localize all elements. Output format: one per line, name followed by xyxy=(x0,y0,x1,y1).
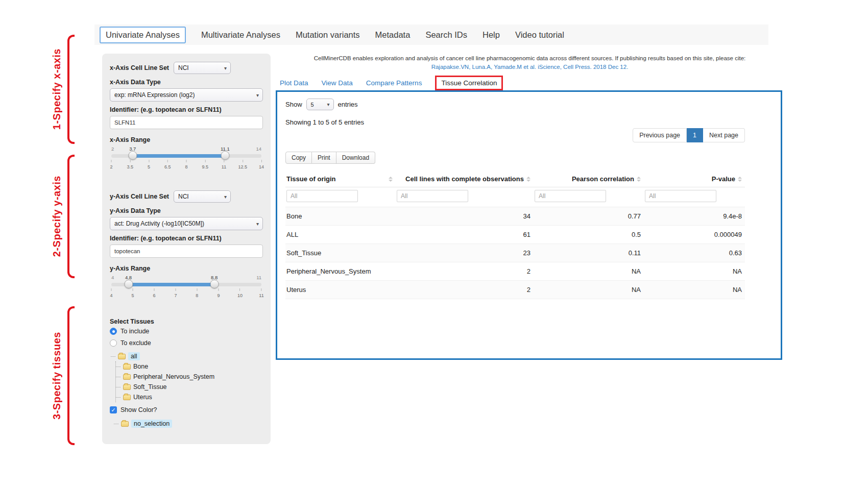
subtab-plot-data[interactable]: Plot Data xyxy=(280,79,308,87)
y-range-tick: 7 xyxy=(175,288,177,299)
subtab-view-data[interactable]: View Data xyxy=(322,79,353,87)
x-cell-line-set-select[interactable]: NCI ▾ xyxy=(174,62,231,74)
x-data-type-value: exp: mRNA Expression (log2) xyxy=(114,91,195,99)
show-color-row[interactable]: ✓ Show Color? xyxy=(110,406,263,413)
cell-pearson: 0.5 xyxy=(534,226,644,244)
pagination-next[interactable]: Next page xyxy=(703,128,745,142)
annotation-step-1-label: 1-Specify x-axis xyxy=(51,48,63,130)
x-range-max: 14 xyxy=(256,146,261,152)
x-range-slider: 2 3.7 11.1 14 2 3.5 5 6.5 8 9.5 11 12.5 … xyxy=(111,146,261,170)
tab-multivariate-analyses[interactable]: Multivariate Analyses xyxy=(201,30,280,40)
tree-connector xyxy=(116,367,120,367)
tree-node-no-selection[interactable]: no_selection xyxy=(114,419,263,429)
y-range-tick: 4 xyxy=(110,288,112,299)
x-range-tick: 11 xyxy=(222,160,226,170)
y-identifier-input[interactable] xyxy=(110,245,263,258)
tree-node-soft-tissue[interactable]: Soft_Tissue xyxy=(116,382,263,392)
folder-icon xyxy=(123,395,131,400)
subtabs: Plot Data View Data Compare Patterns Tis… xyxy=(280,76,503,90)
cell-pvalue: NA xyxy=(644,262,745,281)
top-nav: Univariate Analyses Multivariate Analyse… xyxy=(94,25,768,45)
results-table: Tissue of origin Cell lines with complet… xyxy=(285,171,745,299)
y-range-handle-left[interactable] xyxy=(124,280,133,288)
x-range-handle-left[interactable] xyxy=(128,151,137,160)
filter-input-pearson[interactable] xyxy=(535,190,606,202)
y-range-tick: 11 xyxy=(259,288,263,299)
show-entries-select[interactable]: 5 ▾ xyxy=(306,99,334,110)
radio-exclude-control[interactable] xyxy=(110,339,117,347)
pagination-page-1[interactable]: 1 xyxy=(687,128,703,142)
column-header-cell-lines[interactable]: Cell lines with complete observations xyxy=(396,171,534,187)
cell-pearson: NA xyxy=(534,262,644,281)
cell-tissue: Soft_Tissue xyxy=(285,244,396,262)
print-button[interactable]: Print xyxy=(312,152,336,164)
cell-pearson: 0.77 xyxy=(534,207,644,226)
download-button[interactable]: Download xyxy=(336,152,375,164)
radio-exclude-label: To exclude xyxy=(120,339,151,347)
cell-count: 23 xyxy=(396,244,534,262)
radio-exclude[interactable]: To exclude xyxy=(110,339,263,347)
sidebar-panel: x-Axis Cell Line Set NCI ▾ x-Axis Data T… xyxy=(102,54,271,444)
y-range-label: y-Axis Range xyxy=(110,265,263,272)
folder-icon xyxy=(121,421,129,427)
x-range-tick: 14 xyxy=(259,160,264,170)
sort-icon[interactable] xyxy=(637,177,641,182)
tab-univariate-analyses[interactable]: Univariate Analyses xyxy=(100,27,186,43)
annotation-step-1: 1-Specify x-axis xyxy=(51,35,75,144)
x-cell-line-set-label: x-Axis Cell Line Set xyxy=(110,64,169,71)
column-header-tissue[interactable]: Tissue of origin xyxy=(285,171,396,187)
column-header-pearson[interactable]: Pearson correlation xyxy=(534,171,644,187)
folder-icon xyxy=(118,354,126,359)
column-header-pvalue[interactable]: P-value xyxy=(644,171,745,187)
y-range-track[interactable] xyxy=(111,283,261,286)
sort-icon[interactable] xyxy=(389,177,393,182)
sort-icon[interactable] xyxy=(526,177,531,182)
sort-icon[interactable] xyxy=(738,177,742,182)
pagination-previous[interactable]: Previous page xyxy=(633,128,687,142)
annotation-step-2-label: 2-Specify y-axis xyxy=(51,176,63,257)
folder-icon xyxy=(123,384,131,390)
y-identifier-label: Identifier: (e.g. topotecan or SLFN11) xyxy=(110,235,263,242)
cell-pvalue: 0.000049 xyxy=(644,226,745,244)
y-cell-line-set-select[interactable]: NCI ▾ xyxy=(174,190,231,203)
cell-tissue: Bone xyxy=(285,207,396,226)
filter-input-cell-lines[interactable] xyxy=(397,190,468,202)
tissue-tree: all Bone Peripheral_Nervous_System Soft_… xyxy=(111,351,263,402)
y-range-tick: 10 xyxy=(237,288,243,299)
y-data-type-label: y-Axis Data Type xyxy=(110,207,263,214)
y-range-max: 11 xyxy=(256,275,261,280)
tree-node-peripheral-nervous-system[interactable]: Peripheral_Nervous_System xyxy=(116,372,263,382)
x-range-track[interactable] xyxy=(111,154,261,158)
cell-count: 61 xyxy=(396,226,534,244)
x-range-handle-right[interactable] xyxy=(221,151,229,160)
x-range-tick: 3.5 xyxy=(127,160,133,170)
y-range-tick: 5 xyxy=(132,288,134,299)
annotation-bracket xyxy=(67,35,75,144)
x-data-type-select[interactable]: exp: mRNA Expression (log2) ▾ xyxy=(110,88,263,102)
select-tissues-label: Select Tissues xyxy=(110,318,263,325)
copy-button[interactable]: Copy xyxy=(285,152,312,164)
y-data-type-select[interactable]: act: Drug Activity (-log10[IC50M]) ▾ xyxy=(110,217,263,230)
x-identifier-input[interactable] xyxy=(110,116,263,129)
folder-icon xyxy=(123,374,131,380)
citation-link[interactable]: Rajapakse.VN, Luna.A, Yamade.M et al. iS… xyxy=(278,63,781,71)
filter-input-pvalue[interactable] xyxy=(645,190,716,202)
filter-input-tissue[interactable] xyxy=(286,190,358,202)
export-buttons: Copy Print Download xyxy=(285,152,745,164)
subtab-tissue-correlation[interactable]: Tissue Correlation xyxy=(435,76,503,90)
radio-include-control[interactable] xyxy=(110,328,117,335)
tree-node-all[interactable]: all xyxy=(111,351,263,361)
radio-include[interactable]: To include xyxy=(110,328,263,335)
tree-node-uterus[interactable]: Uterus xyxy=(116,392,263,402)
tree-node-bone[interactable]: Bone xyxy=(116,361,263,372)
y-range-grid: 4 5 6 7 8 9 10 11 xyxy=(111,288,261,299)
tab-metadata[interactable]: Metadata xyxy=(375,30,411,40)
tab-video-tutorial[interactable]: Video tutorial xyxy=(515,30,564,40)
subtab-compare-patterns[interactable]: Compare Patterns xyxy=(366,79,422,87)
cell-pearson: NA xyxy=(534,281,644,299)
y-range-handle-right[interactable] xyxy=(210,280,219,288)
tab-help[interactable]: Help xyxy=(483,30,500,40)
tab-mutation-variants[interactable]: Mutation variants xyxy=(296,30,360,40)
show-color-checkbox[interactable]: ✓ xyxy=(110,406,117,413)
tab-search-ids[interactable]: Search IDs xyxy=(425,30,467,40)
